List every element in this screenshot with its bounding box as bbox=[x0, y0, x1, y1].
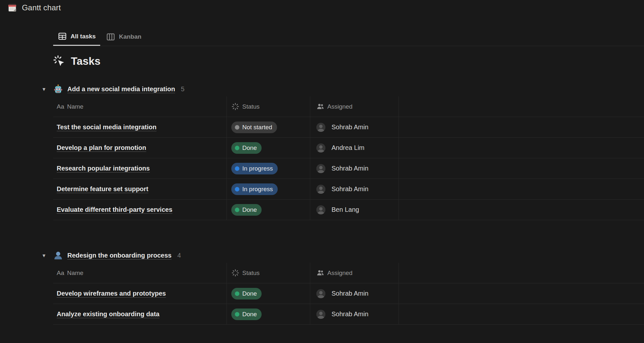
assigned-cell[interactable]: Sohrab Amin bbox=[310, 304, 399, 324]
text-property-icon: Aa bbox=[57, 103, 64, 110]
column-header-status[interactable]: Status bbox=[227, 96, 310, 117]
status-burst-icon bbox=[231, 103, 239, 111]
person-silhouette-emoji-icon bbox=[53, 250, 63, 260]
status-dot bbox=[235, 208, 239, 212]
status-cell[interactable]: Done bbox=[227, 283, 310, 304]
collapse-toggle-icon[interactable]: ▼ bbox=[42, 86, 53, 92]
task-name-link[interactable]: Test the social media integration bbox=[57, 123, 157, 131]
status-badge[interactable]: In progress bbox=[231, 183, 278, 195]
task-name-cell[interactable]: Research popular integrations bbox=[53, 158, 227, 179]
table-row: Develop a plan for promotion Done Andrea… bbox=[53, 138, 644, 158]
status-cell[interactable]: In progress bbox=[227, 158, 310, 179]
row-filler bbox=[399, 283, 644, 304]
status-label: In progress bbox=[242, 186, 273, 193]
avatar bbox=[316, 143, 325, 152]
status-badge[interactable]: Done bbox=[231, 288, 262, 299]
collection-title: Tasks bbox=[53, 54, 644, 69]
table-row: Determine feature set support In progres… bbox=[53, 179, 644, 200]
table-row: Research popular integrations In progres… bbox=[53, 158, 644, 179]
assigned-cell[interactable]: Andrea Lim bbox=[310, 138, 399, 158]
avatar bbox=[316, 185, 325, 194]
status-dot bbox=[235, 312, 239, 317]
column-header-assigned[interactable]: Assigned bbox=[310, 263, 399, 283]
assigned-cell[interactable]: Sohrab Amin bbox=[310, 179, 399, 199]
column-header-name[interactable]: Aa Name bbox=[53, 96, 227, 117]
assignee-name: Ben Lang bbox=[332, 206, 359, 213]
group-title-link[interactable]: Redesign the onboarding process bbox=[67, 252, 171, 259]
status-dot bbox=[235, 166, 239, 171]
assignee-name: Sohrab Amin bbox=[332, 310, 369, 318]
group-title-link[interactable]: Add a new social media integration bbox=[67, 85, 175, 93]
task-name-link[interactable]: Develop a plan for promotion bbox=[57, 144, 146, 152]
tab-all-tasks[interactable]: All tasks bbox=[53, 28, 100, 46]
assigned-cell[interactable]: Sohrab Amin bbox=[310, 283, 399, 304]
view-tabs: All tasks Kanban bbox=[53, 28, 644, 46]
column-label: Name bbox=[67, 103, 83, 110]
column-label: Status bbox=[242, 270, 260, 277]
status-label: Done bbox=[242, 206, 257, 213]
status-dot bbox=[235, 187, 239, 191]
status-cell[interactable]: Done bbox=[227, 200, 310, 220]
column-label: Assigned bbox=[327, 270, 352, 277]
row-filler bbox=[399, 158, 644, 179]
status-dot bbox=[235, 125, 239, 130]
people-icon bbox=[316, 269, 324, 277]
task-name-cell[interactable]: Test the social media integration bbox=[53, 117, 227, 137]
status-cell[interactable]: Not started bbox=[227, 117, 310, 137]
status-dot bbox=[235, 291, 239, 296]
status-badge[interactable]: In progress bbox=[231, 163, 278, 174]
task-name-cell[interactable]: Develop a plan for promotion bbox=[53, 138, 227, 158]
task-name-cell[interactable]: Develop wireframes and prototypes bbox=[53, 283, 227, 304]
task-name-link[interactable]: Determine feature set support bbox=[57, 185, 149, 193]
avatar bbox=[316, 164, 325, 173]
tab-label: All tasks bbox=[71, 33, 96, 40]
assignee-name: Sohrab Amin bbox=[332, 123, 369, 131]
row-filler bbox=[399, 179, 644, 199]
robot-emoji-icon bbox=[53, 84, 63, 94]
status-label: Not started bbox=[242, 124, 272, 131]
assignee-name: Sohrab Amin bbox=[332, 185, 369, 193]
table-row: Evaluate different third-party services … bbox=[53, 200, 644, 220]
status-cell[interactable]: Done bbox=[227, 138, 310, 158]
column-header-status[interactable]: Status bbox=[227, 263, 310, 283]
status-badge[interactable]: Done bbox=[231, 309, 262, 320]
status-badge[interactable]: Done bbox=[231, 204, 262, 216]
tab-kanban[interactable]: Kanban bbox=[101, 28, 146, 46]
task-name-link[interactable]: Analyze existing onboarding data bbox=[57, 310, 159, 318]
assigned-cell[interactable]: Ben Lang bbox=[310, 200, 399, 220]
table-row: Analyze existing onboarding data Done So… bbox=[53, 304, 644, 325]
status-badge[interactable]: Not started bbox=[231, 122, 277, 133]
column-label: Status bbox=[242, 103, 260, 110]
assigned-cell[interactable]: Sohrab Amin bbox=[310, 158, 399, 179]
table-view-icon bbox=[58, 32, 67, 41]
board-view-icon bbox=[106, 32, 115, 42]
task-name-link[interactable]: Evaluate different third-party services bbox=[57, 206, 172, 213]
status-cell[interactable]: Done bbox=[227, 304, 310, 324]
status-badge[interactable]: Done bbox=[231, 142, 262, 154]
status-cell[interactable]: In progress bbox=[227, 179, 310, 199]
task-group: ▼ Redesign the onboarding process 4 Aa N… bbox=[53, 248, 644, 325]
column-header-name[interactable]: Aa Name bbox=[53, 263, 227, 283]
status-label: Done bbox=[242, 144, 257, 152]
task-name-cell[interactable]: Evaluate different third-party services bbox=[53, 200, 227, 220]
table-row: Develop wireframes and prototypes Done S… bbox=[53, 283, 644, 304]
collapse-toggle-icon[interactable]: ▼ bbox=[42, 253, 53, 258]
task-name-link[interactable]: Develop wireframes and prototypes bbox=[57, 290, 166, 297]
click-cursor-icon bbox=[53, 55, 65, 67]
text-property-icon: Aa bbox=[57, 270, 64, 277]
group-header: ▼ Add a new social media integration 5 bbox=[42, 82, 644, 96]
task-name-link[interactable]: Research popular integrations bbox=[57, 165, 150, 172]
avatar bbox=[316, 289, 325, 298]
column-label: Assigned bbox=[327, 103, 352, 110]
tasks-table: Aa Name Status Assigned Develop wirefram… bbox=[53, 263, 644, 325]
column-label: Name bbox=[67, 270, 83, 277]
column-header-assigned[interactable]: Assigned bbox=[310, 96, 399, 117]
status-label: In progress bbox=[242, 165, 273, 172]
avatar bbox=[316, 310, 325, 319]
table-header-row: Aa Name Status Assigned bbox=[53, 96, 644, 117]
task-name-cell[interactable]: Analyze existing onboarding data bbox=[53, 304, 227, 324]
tasks-table: Aa Name Status Assigned Test the s bbox=[53, 96, 644, 220]
assigned-cell[interactable]: Sohrab Amin bbox=[310, 117, 399, 137]
status-burst-icon bbox=[231, 269, 239, 277]
task-name-cell[interactable]: Determine feature set support bbox=[53, 179, 227, 199]
